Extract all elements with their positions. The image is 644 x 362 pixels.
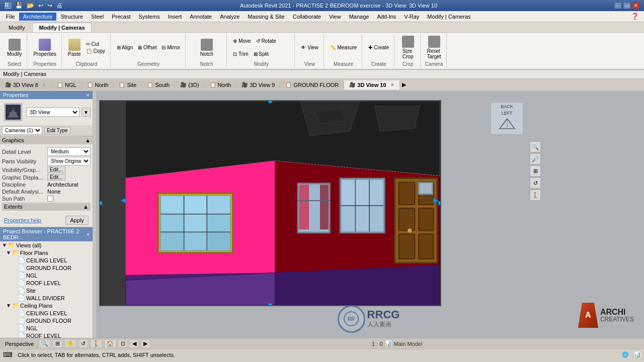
zoom-out-control[interactable]: 🔎 <box>530 153 541 164</box>
quick-print[interactable]: 🖨 <box>56 2 62 9</box>
3dview10-close[interactable]: ✕ <box>390 82 394 87</box>
navigation-cube[interactable]: BACK LEFT <box>491 102 523 135</box>
graphics-collapse[interactable]: ▲ <box>85 137 91 143</box>
walk-control[interactable]: 🚶 <box>530 190 541 201</box>
orbit-btn[interactable]: ↺ <box>78 339 88 348</box>
measure-button[interactable]: 📏 Measure <box>328 44 359 51</box>
split-button[interactable]: ⊠ Split <box>252 51 271 57</box>
sun-path-checkbox[interactable] <box>47 196 53 202</box>
home-btn[interactable]: 🏠 <box>104 339 116 348</box>
view-tab-north2[interactable]: 📋 North <box>205 80 237 89</box>
modify-button[interactable]: Modify <box>5 38 24 58</box>
view-tab-south[interactable]: 📋 South <box>142 80 175 89</box>
size-crop-button[interactable]: SizeCrop <box>400 35 416 60</box>
quick-redo[interactable]: ↪ <box>47 2 52 9</box>
floor-plans-toggle[interactable]: ▼ <box>6 250 11 255</box>
visibility-graph-edit-button[interactable]: Edit... <box>47 166 65 173</box>
paste-button[interactable]: Paste <box>66 38 83 58</box>
tree-floor-plans[interactable]: ▼ 📁 Floor Plans <box>0 249 93 256</box>
tree-cp-roof-level[interactable]: 📄 ROOF LEVEL <box>0 332 93 338</box>
view-tab-site[interactable]: 📋 Site <box>114 80 142 89</box>
tree-cp-ngl[interactable]: 📄 NGL <box>0 324 93 332</box>
move-button[interactable]: ⊕ Move <box>231 38 253 44</box>
menu-view[interactable]: View <box>325 13 345 21</box>
reset-target-button[interactable]: ResetTarget <box>425 35 443 60</box>
minimize-button[interactable]: ─ <box>614 2 622 9</box>
detail-level-dropdown[interactable]: Medium <box>47 147 91 156</box>
tree-cp-ceiling-level[interactable]: 📄 CEILING LEVEL <box>0 309 93 317</box>
zoom-in-control[interactable]: 🔍 <box>530 141 541 152</box>
view-type-dropdown[interactable]: 3D View <box>26 108 79 117</box>
menu-structure[interactable]: Structure <box>56 13 87 21</box>
create-button[interactable]: ✚ Create <box>366 44 391 51</box>
viewport-handle-bottom[interactable] <box>268 303 272 306</box>
quick-open[interactable]: 📂 <box>27 2 34 9</box>
properties-button[interactable]: Properties <box>31 38 58 58</box>
menu-vray[interactable]: V-Ray <box>400 13 423 21</box>
tree-views-all[interactable]: ▼ 📁 Views (all) <box>0 241 93 249</box>
menu-architecture[interactable]: Architecture <box>19 13 57 21</box>
menu-manage[interactable]: Manage <box>345 13 373 21</box>
3d-viewport[interactable] <box>99 100 441 306</box>
tree-ceiling-level[interactable]: 📄 CEILING LEVEL <box>0 256 93 264</box>
offset-button[interactable]: ⊠ Offset <box>136 44 158 51</box>
menu-analyze[interactable]: Analyze <box>216 13 244 21</box>
properties-close-icon[interactable]: × <box>87 92 90 98</box>
view-tab-north[interactable]: 📋 North <box>82 80 114 89</box>
menu-modify-cameras[interactable]: Modify | Cameras <box>423 13 474 21</box>
copy-button[interactable]: 📋 Copy <box>84 48 107 54</box>
menu-massing[interactable]: Massing & Site <box>244 13 288 21</box>
menu-precast[interactable]: Precast <box>108 13 134 21</box>
view-tab-3dview10[interactable]: 🎥 3D View 10 ✕ <box>344 80 399 89</box>
ribbon-tab-modify[interactable]: Modify <box>2 23 31 32</box>
tree-ceiling-plans[interactable]: ▼ 📁 Ceiling Plans <box>0 302 93 309</box>
graphic-display-edit-button[interactable]: Edit... <box>47 174 65 180</box>
tree-cp-ground-floor[interactable]: 📄 GROUND FLOOR <box>0 317 93 324</box>
3d-view-area[interactable]: BACK LEFT 🔍 🔎 ⊞ ↺ 🚶 <box>93 91 644 338</box>
cut-button[interactable]: ✂ Cut <box>84 41 107 47</box>
tree-ngl[interactable]: 📄 NGL <box>0 272 93 279</box>
region-btn[interactable]: ⊡ <box>118 339 128 348</box>
view-tab-ngl[interactable]: 📋 NGL <box>52 80 82 89</box>
walk-btn[interactable]: 🚶 <box>90 339 102 348</box>
quick-undo[interactable]: ↩ <box>38 2 43 9</box>
cameras-dropdown[interactable]: Cameras (1) <box>2 126 42 135</box>
menu-steel[interactable]: Steel <box>87 13 108 21</box>
edit-type-button[interactable]: Edit Type <box>44 127 70 134</box>
rotate-control[interactable]: ↺ <box>530 177 541 189</box>
quick-save[interactable]: 💾 <box>15 2 23 9</box>
close-button[interactable]: ✕ <box>632 2 640 9</box>
menu-file[interactable]: File <box>2 13 19 21</box>
view-tab-3dview8[interactable]: 🎥 3D View 8 ✕ <box>0 80 52 89</box>
ribbon-help-icon[interactable]: ❓ <box>628 13 642 20</box>
viewport-handle-right[interactable] <box>438 201 441 205</box>
browser-close-icon[interactable]: × <box>87 231 90 237</box>
view-button[interactable]: 👁 View <box>299 44 320 51</box>
menu-insert[interactable]: Insert <box>164 13 186 21</box>
menu-annotate[interactable]: Annotate <box>186 13 216 21</box>
zoom-extents-btn[interactable]: ⊞ <box>53 339 62 348</box>
tree-site[interactable]: 📄 Site <box>0 287 93 294</box>
trim-button[interactable]: ⊡ Trim <box>231 51 250 57</box>
apply-button[interactable]: Apply <box>65 216 89 225</box>
views-all-toggle[interactable]: ▼ <box>2 242 7 248</box>
tree-wall-divider[interactable]: 📄 WALL DIVIDER <box>0 294 93 302</box>
rotate-button[interactable]: ↺ Rotate <box>254 38 278 44</box>
next-view-btn[interactable]: ▶ <box>141 339 150 348</box>
extents-collapse[interactable]: ▲ <box>83 204 89 210</box>
align-button[interactable]: ⊞ Align <box>115 44 135 51</box>
parts-visibility-dropdown[interactable]: Show Original <box>47 157 91 165</box>
view-tab-3dview9[interactable]: 🎥 3D View 9 <box>236 80 280 89</box>
mirror-button[interactable]: ⊟ Mirror <box>159 44 182 51</box>
zoom-btn[interactable]: 🔍 <box>39 339 51 348</box>
fit-view-control[interactable]: ⊞ <box>530 165 541 176</box>
menu-collaborate[interactable]: Collaborate <box>289 13 325 21</box>
panel-resize-handle[interactable] <box>93 91 96 338</box>
view-tab-overflow[interactable]: ▶ <box>400 80 408 89</box>
viewport-handle-top[interactable] <box>268 100 272 103</box>
properties-help-link[interactable]: Properties help <box>4 217 41 223</box>
view-tab-groundfloor[interactable]: 📋 GROUND FLOOR <box>280 80 344 89</box>
restore-button[interactable]: ▭ <box>623 2 631 9</box>
menu-systems[interactable]: Systems <box>134 13 164 21</box>
menu-addins[interactable]: Add-Ins <box>373 13 400 21</box>
